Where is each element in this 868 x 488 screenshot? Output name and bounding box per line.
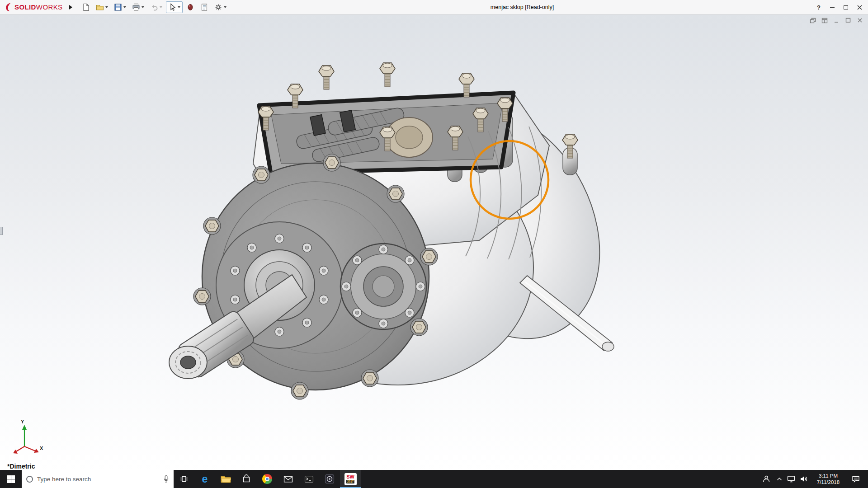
windows-logo-icon [7, 475, 15, 483]
media-app-icon [325, 474, 335, 484]
undo-icon [150, 3, 158, 11]
minimize-button[interactable] [826, 0, 839, 14]
triad-y-label: Y [21, 419, 24, 424]
command-prompt-button[interactable] [298, 470, 319, 488]
people-button[interactable] [759, 470, 774, 488]
action-center-button[interactable] [846, 470, 865, 488]
store-button[interactable] [236, 470, 257, 488]
search-input[interactable] [37, 476, 159, 483]
appearance-button[interactable] [184, 1, 197, 13]
dropdown-caret-icon[interactable] [224, 6, 226, 8]
edge-button[interactable]: e [194, 470, 215, 488]
clock-date: 7/11/2018 [817, 479, 840, 485]
taskbar-search[interactable] [22, 470, 174, 488]
solidworks-year: 2017 [346, 480, 354, 483]
action-center-icon [852, 475, 860, 483]
new-document-icon [82, 3, 90, 11]
command-prompt-icon [304, 475, 314, 483]
people-icon [762, 475, 770, 483]
save-icon [114, 3, 122, 11]
appearance-sphere-icon [186, 3, 194, 11]
brand-works: WORKS [36, 3, 63, 11]
dropdown-caret-icon[interactable] [142, 6, 144, 8]
chrome-button[interactable] [257, 470, 278, 488]
system-tray: 3:11 PM 7/11/2018 [759, 470, 868, 488]
solidworks-logo: SOLIDWORKS [4, 2, 63, 12]
speaker-icon [800, 475, 808, 483]
maximize-icon [844, 5, 848, 9]
new-document-button[interactable] [80, 1, 92, 13]
dropdown-caret-icon[interactable] [123, 6, 126, 8]
file-explorer-button[interactable] [215, 470, 236, 488]
graphics-area[interactable]: Y X *Dimetric [0, 14, 868, 470]
maximize-button[interactable] [839, 0, 853, 14]
doc-close-icon[interactable] [856, 17, 863, 23]
select-tool-button[interactable] [166, 1, 183, 13]
task-view-icon [179, 474, 189, 483]
clock-time: 3:11 PM [819, 473, 838, 479]
print-button[interactable] [130, 1, 146, 13]
edge-icon: e [202, 474, 208, 484]
dropdown-caret-icon[interactable] [105, 6, 108, 8]
open-folder-icon [96, 3, 104, 11]
document-properties-button[interactable] [198, 1, 211, 13]
minimize-icon [830, 7, 835, 8]
store-bag-icon [242, 474, 251, 483]
close-button[interactable] [853, 0, 866, 14]
document-window-controls [809, 17, 863, 23]
quick-access-toolbar [80, 1, 229, 13]
doc-maximize-icon[interactable] [844, 17, 852, 23]
open-button[interactable] [94, 1, 110, 13]
hidden-icons-button[interactable] [774, 470, 785, 488]
taskbar-clock[interactable]: 3:11 PM 7/11/2018 [810, 473, 846, 485]
start-button[interactable] [0, 470, 22, 488]
media-app-button[interactable] [319, 470, 340, 488]
brand-text: SOLIDWORKS [14, 3, 63, 11]
taskbar: e SW 2017 [0, 470, 868, 488]
select-cursor-icon [168, 3, 176, 11]
solidworks-icon: SW 2017 [344, 473, 357, 485]
document-properties-icon [200, 3, 208, 11]
network-icon [787, 475, 795, 483]
dropdown-caret-icon[interactable] [160, 6, 162, 8]
brand-solid: SOLID [14, 3, 36, 11]
close-icon [857, 5, 862, 10]
view-orientation-label: *Dimetric [7, 463, 35, 470]
window-controls: ? [812, 0, 866, 14]
microphone-icon[interactable] [163, 475, 169, 483]
doc-restore-window-icon[interactable] [809, 17, 816, 23]
solidworks-app-button[interactable]: SW 2017 [340, 470, 361, 488]
screen: SOLIDWORKS [0, 0, 868, 488]
options-button[interactable] [212, 1, 229, 13]
gear-icon [214, 3, 222, 11]
taskbar-apps: e SW 2017 [174, 470, 361, 488]
dassault-systemes-icon [4, 2, 13, 12]
chrome-icon [262, 474, 272, 484]
doc-minimize-icon[interactable] [833, 17, 840, 23]
task-view-button[interactable] [174, 470, 194, 488]
undo-button[interactable] [148, 1, 165, 13]
solidworks-glyph: SW [346, 474, 354, 479]
print-icon [132, 3, 140, 11]
cortana-icon [26, 476, 33, 483]
help-button[interactable]: ? [812, 0, 826, 14]
mail-button[interactable] [278, 470, 298, 488]
network-button[interactable] [785, 470, 797, 488]
orientation-triad: Y X [6, 418, 47, 459]
menu-flyout-icon[interactable] [69, 5, 72, 9]
mail-icon [283, 475, 293, 483]
file-explorer-icon [221, 475, 231, 483]
panel-splitter-handle[interactable] [0, 227, 3, 235]
triad-x-label: X [40, 446, 43, 451]
volume-button[interactable] [797, 470, 810, 488]
dropdown-caret-icon[interactable] [178, 6, 180, 8]
chrome-core-icon [265, 477, 269, 481]
chevron-up-icon [777, 477, 782, 481]
document-title: menjac sklop [Read-only] [235, 0, 809, 14]
gearbox-model [0, 14, 868, 470]
titlebar: SOLIDWORKS [0, 0, 868, 14]
doc-window-panes-icon[interactable] [821, 17, 828, 23]
save-button[interactable] [112, 1, 128, 13]
